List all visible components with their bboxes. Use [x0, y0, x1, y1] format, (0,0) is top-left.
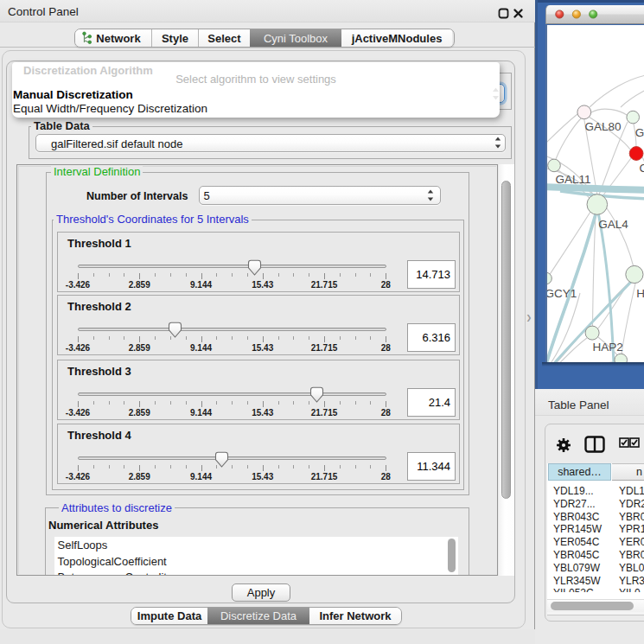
svg-text:GAL80: GAL80 — [585, 120, 622, 133]
svg-text:GCY1: GCY1 — [547, 287, 577, 300]
svg-text:H: H — [636, 287, 644, 300]
svg-text:GA: GA — [635, 126, 644, 139]
svg-text:C: C — [640, 162, 644, 175]
svg-text:GAL4: GAL4 — [598, 218, 628, 231]
svg-text:HAP2: HAP2 — [593, 341, 623, 354]
svg-text:GAL11: GAL11 — [556, 173, 591, 186]
